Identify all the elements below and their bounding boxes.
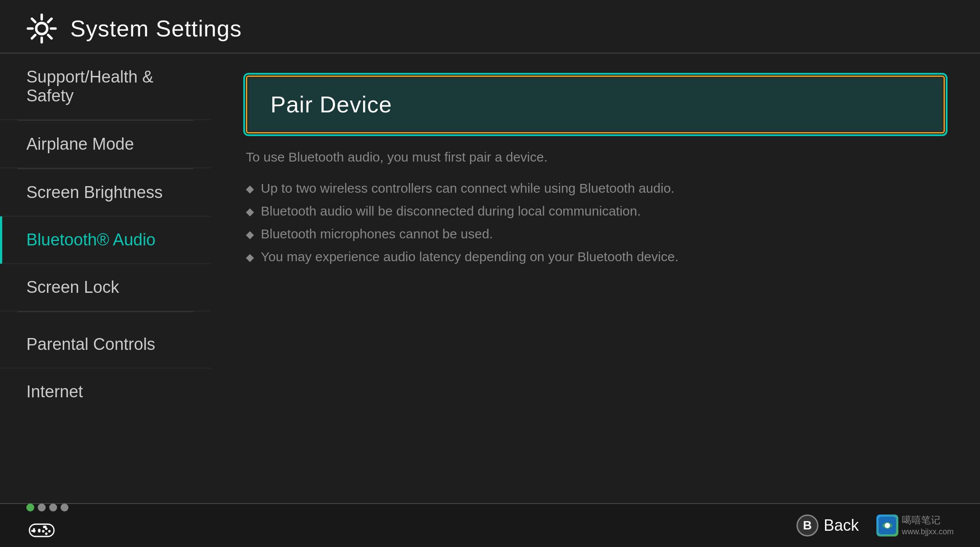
watermark: 噶嘻笔记 www.bjjxx.com bbox=[876, 514, 954, 537]
bullet-item-2: ◆ Bluetooth audio will be disconnected d… bbox=[246, 204, 945, 219]
svg-point-19 bbox=[885, 523, 890, 528]
svg-rect-17 bbox=[43, 526, 47, 529]
pair-device-button[interactable]: Pair Device bbox=[246, 76, 945, 133]
sidebar-item-airplane[interactable]: Airplane Mode bbox=[0, 121, 211, 168]
pair-device-label: Pair Device bbox=[270, 92, 392, 117]
bluetooth-description: To use Bluetooth audio, you must first p… bbox=[246, 147, 945, 168]
svg-line-8 bbox=[32, 35, 36, 39]
svg-rect-16 bbox=[38, 529, 41, 533]
header: System Settings bbox=[0, 0, 980, 54]
dot-4 bbox=[61, 504, 68, 511]
sidebar-item-bluetooth[interactable]: Bluetooth® Audio bbox=[0, 216, 211, 264]
sidebar-divider-3 bbox=[18, 311, 193, 312]
footer-left bbox=[26, 504, 68, 547]
svg-point-13 bbox=[48, 530, 51, 533]
sidebar: Support/Health & Safety Airplane Mode Sc… bbox=[0, 54, 211, 500]
sidebar-item-screenlock[interactable]: Screen Lock bbox=[0, 264, 211, 311]
bullet-diamond-2: ◆ bbox=[246, 205, 254, 218]
bullet-item-3: ◆ Bluetooth microphones cannot be used. bbox=[246, 227, 945, 241]
sidebar-item-brightness[interactable]: Screen Brightness bbox=[0, 169, 211, 216]
bullet-diamond-1: ◆ bbox=[246, 183, 254, 195]
bullet-diamond-3: ◆ bbox=[246, 228, 254, 241]
dot-3 bbox=[49, 504, 57, 511]
svg-line-5 bbox=[32, 19, 36, 22]
dot-2 bbox=[38, 504, 46, 511]
svg-point-0 bbox=[36, 23, 47, 34]
watermark-icon bbox=[876, 515, 898, 536]
back-button[interactable]: B Back bbox=[796, 515, 859, 536]
controller-area bbox=[26, 504, 68, 547]
page-title: System Settings bbox=[70, 15, 242, 42]
main-content: Support/Health & Safety Airplane Mode Sc… bbox=[0, 54, 980, 500]
gear-icon bbox=[26, 13, 57, 44]
svg-line-7 bbox=[48, 19, 52, 22]
svg-point-14 bbox=[42, 530, 45, 533]
sidebar-item-parental[interactable]: Parental Controls bbox=[0, 321, 211, 368]
controller-icon bbox=[26, 515, 57, 546]
bullet-list: ◆ Up to two wireless controllers can con… bbox=[246, 181, 945, 264]
sidebar-item-internet[interactable]: Internet bbox=[0, 368, 211, 415]
footer-right: B Back 噶嘻笔记 www.bjjxx.com bbox=[796, 514, 954, 537]
controller-dots bbox=[26, 504, 68, 511]
pair-device-inner: Pair Device bbox=[249, 78, 942, 131]
watermark-text: 噶嘻笔记 www.bjjxx.com bbox=[902, 514, 954, 537]
bullet-item-4: ◆ You may experience audio latency depen… bbox=[246, 249, 945, 264]
bullet-item-1: ◆ Up to two wireless controllers can con… bbox=[246, 181, 945, 196]
svg-point-15 bbox=[45, 533, 48, 535]
content-area: Pair Device To use Bluetooth audio, you … bbox=[211, 54, 980, 500]
svg-line-6 bbox=[48, 35, 52, 39]
footer: B Back 噶嘻笔记 www.bjjxx.com bbox=[0, 503, 980, 547]
b-button-icon: B bbox=[796, 515, 818, 536]
sidebar-item-support[interactable]: Support/Health & Safety bbox=[0, 54, 211, 120]
bullet-diamond-4: ◆ bbox=[246, 251, 254, 263]
dot-1 bbox=[26, 504, 34, 511]
svg-rect-11 bbox=[31, 530, 36, 532]
